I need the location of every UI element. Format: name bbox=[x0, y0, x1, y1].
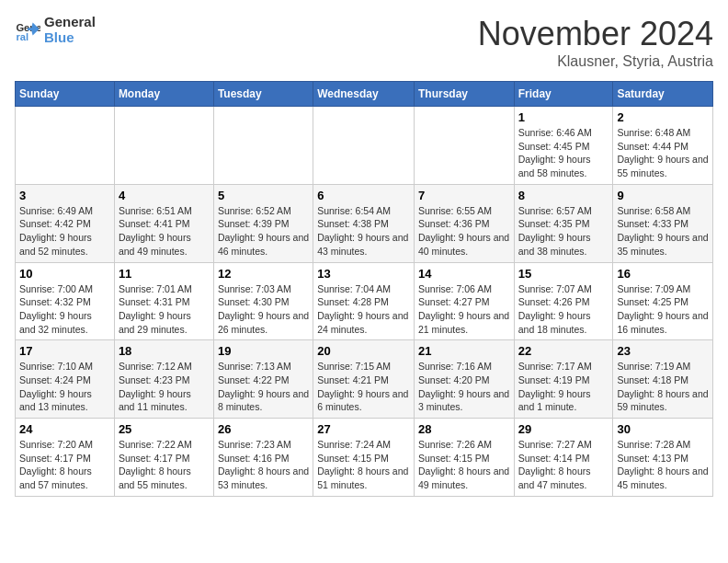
day-number: 28 bbox=[418, 422, 510, 436]
svg-text:ral: ral bbox=[16, 31, 28, 42]
title-area: November 2024 Klausner, Styria, Austria bbox=[478, 15, 713, 70]
day-info: Sunrise: 6:58 AM Sunset: 4:33 PM Dayligh… bbox=[617, 204, 709, 259]
day-info: Sunrise: 7:23 AM Sunset: 4:16 PM Dayligh… bbox=[218, 438, 309, 492]
location-title: Klausner, Styria, Austria bbox=[478, 53, 713, 70]
calendar-header-row: SundayMondayTuesdayWednesdayThursdayFrid… bbox=[16, 82, 713, 107]
calendar-cell: 17Sunrise: 7:10 AM Sunset: 4:24 PM Dayli… bbox=[16, 340, 115, 419]
day-number: 30 bbox=[617, 422, 709, 436]
day-number: 10 bbox=[19, 267, 110, 281]
calendar-cell: 6Sunrise: 6:54 AM Sunset: 4:38 PM Daylig… bbox=[313, 184, 415, 262]
day-number: 17 bbox=[19, 344, 110, 358]
calendar-week-4: 17Sunrise: 7:10 AM Sunset: 4:24 PM Dayli… bbox=[16, 340, 713, 419]
day-number: 25 bbox=[119, 422, 210, 436]
day-number: 18 bbox=[119, 344, 210, 358]
day-number: 8 bbox=[518, 189, 609, 202]
day-info: Sunrise: 7:09 AM Sunset: 4:25 PM Dayligh… bbox=[617, 282, 709, 337]
day-number: 9 bbox=[617, 189, 709, 202]
day-info: Sunrise: 7:26 AM Sunset: 4:15 PM Dayligh… bbox=[418, 438, 510, 492]
day-number: 23 bbox=[617, 344, 709, 358]
calendar-cell: 19Sunrise: 7:13 AM Sunset: 4:22 PM Dayli… bbox=[213, 340, 313, 419]
day-info: Sunrise: 7:17 AM Sunset: 4:19 PM Dayligh… bbox=[518, 360, 609, 414]
calendar-cell: 22Sunrise: 7:17 AM Sunset: 4:19 PM Dayli… bbox=[514, 340, 613, 419]
day-number: 27 bbox=[317, 422, 410, 436]
calendar-week-5: 24Sunrise: 7:20 AM Sunset: 4:17 PM Dayli… bbox=[16, 419, 713, 497]
day-number: 1 bbox=[518, 110, 609, 124]
calendar-cell: 4Sunrise: 6:51 AM Sunset: 4:41 PM Daylig… bbox=[114, 184, 213, 262]
day-info: Sunrise: 6:54 AM Sunset: 4:38 PM Dayligh… bbox=[317, 204, 410, 259]
calendar-cell: 20Sunrise: 7:15 AM Sunset: 4:21 PM Dayli… bbox=[313, 340, 415, 419]
page-header: Gene ral General Blue November 2024 Klau… bbox=[15, 15, 713, 70]
month-title: November 2024 bbox=[478, 15, 713, 53]
day-number: 20 bbox=[317, 344, 410, 358]
day-number: 21 bbox=[418, 344, 510, 358]
day-info: Sunrise: 6:49 AM Sunset: 4:42 PM Dayligh… bbox=[19, 204, 110, 259]
calendar-cell: 23Sunrise: 7:19 AM Sunset: 4:18 PM Dayli… bbox=[613, 340, 713, 419]
day-info: Sunrise: 7:03 AM Sunset: 4:30 PM Dayligh… bbox=[218, 282, 309, 337]
logo: Gene ral General Blue bbox=[15, 15, 96, 45]
day-number: 11 bbox=[119, 267, 210, 281]
calendar-cell: 13Sunrise: 7:04 AM Sunset: 4:28 PM Dayli… bbox=[313, 262, 415, 340]
day-number: 2 bbox=[617, 110, 709, 124]
calendar-cell: 30Sunrise: 7:28 AM Sunset: 4:13 PM Dayli… bbox=[613, 419, 713, 497]
day-info: Sunrise: 7:22 AM Sunset: 4:17 PM Dayligh… bbox=[119, 438, 210, 492]
calendar-cell: 29Sunrise: 7:27 AM Sunset: 4:14 PM Dayli… bbox=[514, 419, 613, 497]
day-info: Sunrise: 6:57 AM Sunset: 4:35 PM Dayligh… bbox=[518, 204, 609, 259]
logo-line2: Blue bbox=[44, 30, 96, 46]
calendar-cell: 24Sunrise: 7:20 AM Sunset: 4:17 PM Dayli… bbox=[16, 419, 115, 497]
calendar-cell: 8Sunrise: 6:57 AM Sunset: 4:35 PM Daylig… bbox=[514, 184, 613, 262]
day-info: Sunrise: 6:48 AM Sunset: 4:44 PM Dayligh… bbox=[617, 126, 709, 180]
day-number: 19 bbox=[218, 344, 309, 358]
calendar-cell: 1Sunrise: 6:46 AM Sunset: 4:45 PM Daylig… bbox=[514, 107, 613, 185]
calendar-cell: 26Sunrise: 7:23 AM Sunset: 4:16 PM Dayli… bbox=[213, 419, 313, 497]
calendar-cell: 27Sunrise: 7:24 AM Sunset: 4:15 PM Dayli… bbox=[313, 419, 415, 497]
column-header-thursday: Thursday bbox=[414, 82, 514, 107]
calendar-cell: 2Sunrise: 6:48 AM Sunset: 4:44 PM Daylig… bbox=[613, 107, 713, 185]
calendar-cell bbox=[414, 107, 514, 185]
day-info: Sunrise: 7:13 AM Sunset: 4:22 PM Dayligh… bbox=[218, 360, 309, 414]
column-header-saturday: Saturday bbox=[613, 82, 713, 107]
day-info: Sunrise: 7:27 AM Sunset: 4:14 PM Dayligh… bbox=[518, 438, 609, 492]
day-number: 15 bbox=[518, 267, 609, 281]
calendar-cell bbox=[213, 107, 313, 185]
calendar-table: SundayMondayTuesdayWednesdayThursdayFrid… bbox=[15, 81, 713, 497]
day-info: Sunrise: 7:04 AM Sunset: 4:28 PM Dayligh… bbox=[317, 282, 410, 337]
day-number: 26 bbox=[218, 422, 309, 436]
calendar-cell: 11Sunrise: 7:01 AM Sunset: 4:31 PM Dayli… bbox=[114, 262, 213, 340]
calendar-cell: 3Sunrise: 6:49 AM Sunset: 4:42 PM Daylig… bbox=[16, 184, 115, 262]
calendar-cell: 12Sunrise: 7:03 AM Sunset: 4:30 PM Dayli… bbox=[213, 262, 313, 340]
calendar-cell: 7Sunrise: 6:55 AM Sunset: 4:36 PM Daylig… bbox=[414, 184, 514, 262]
logo-icon: Gene ral bbox=[15, 17, 40, 43]
day-info: Sunrise: 6:46 AM Sunset: 4:45 PM Dayligh… bbox=[518, 126, 609, 180]
day-info: Sunrise: 7:00 AM Sunset: 4:32 PM Dayligh… bbox=[19, 282, 110, 337]
day-number: 7 bbox=[418, 189, 510, 202]
calendar-cell: 18Sunrise: 7:12 AM Sunset: 4:23 PM Dayli… bbox=[114, 340, 213, 419]
calendar-cell: 28Sunrise: 7:26 AM Sunset: 4:15 PM Dayli… bbox=[414, 419, 514, 497]
day-number: 14 bbox=[418, 267, 510, 281]
day-info: Sunrise: 6:52 AM Sunset: 4:39 PM Dayligh… bbox=[218, 204, 309, 259]
day-number: 3 bbox=[19, 189, 110, 202]
day-info: Sunrise: 7:10 AM Sunset: 4:24 PM Dayligh… bbox=[19, 360, 110, 414]
calendar-cell: 5Sunrise: 6:52 AM Sunset: 4:39 PM Daylig… bbox=[213, 184, 313, 262]
day-info: Sunrise: 6:55 AM Sunset: 4:36 PM Dayligh… bbox=[418, 204, 510, 259]
day-info: Sunrise: 7:06 AM Sunset: 4:27 PM Dayligh… bbox=[418, 282, 510, 337]
column-header-wednesday: Wednesday bbox=[313, 82, 415, 107]
calendar-cell: 21Sunrise: 7:16 AM Sunset: 4:20 PM Dayli… bbox=[414, 340, 514, 419]
day-info: Sunrise: 6:51 AM Sunset: 4:41 PM Dayligh… bbox=[119, 204, 210, 259]
day-info: Sunrise: 7:24 AM Sunset: 4:15 PM Dayligh… bbox=[317, 438, 410, 492]
calendar-cell bbox=[313, 107, 415, 185]
day-info: Sunrise: 7:19 AM Sunset: 4:18 PM Dayligh… bbox=[617, 360, 709, 414]
day-info: Sunrise: 7:20 AM Sunset: 4:17 PM Dayligh… bbox=[19, 438, 110, 492]
day-info: Sunrise: 7:28 AM Sunset: 4:13 PM Dayligh… bbox=[617, 438, 709, 492]
column-header-sunday: Sunday bbox=[16, 82, 115, 107]
calendar-body: 1Sunrise: 6:46 AM Sunset: 4:45 PM Daylig… bbox=[16, 107, 713, 497]
day-info: Sunrise: 7:07 AM Sunset: 4:26 PM Dayligh… bbox=[518, 282, 609, 337]
calendar-cell: 10Sunrise: 7:00 AM Sunset: 4:32 PM Dayli… bbox=[16, 262, 115, 340]
calendar-week-2: 3Sunrise: 6:49 AM Sunset: 4:42 PM Daylig… bbox=[16, 184, 713, 262]
calendar-week-3: 10Sunrise: 7:00 AM Sunset: 4:32 PM Dayli… bbox=[16, 262, 713, 340]
day-number: 5 bbox=[218, 189, 309, 202]
day-number: 4 bbox=[119, 189, 210, 202]
day-number: 22 bbox=[518, 344, 609, 358]
day-number: 29 bbox=[518, 422, 609, 436]
calendar-week-1: 1Sunrise: 6:46 AM Sunset: 4:45 PM Daylig… bbox=[16, 107, 713, 185]
calendar-cell bbox=[16, 107, 115, 185]
